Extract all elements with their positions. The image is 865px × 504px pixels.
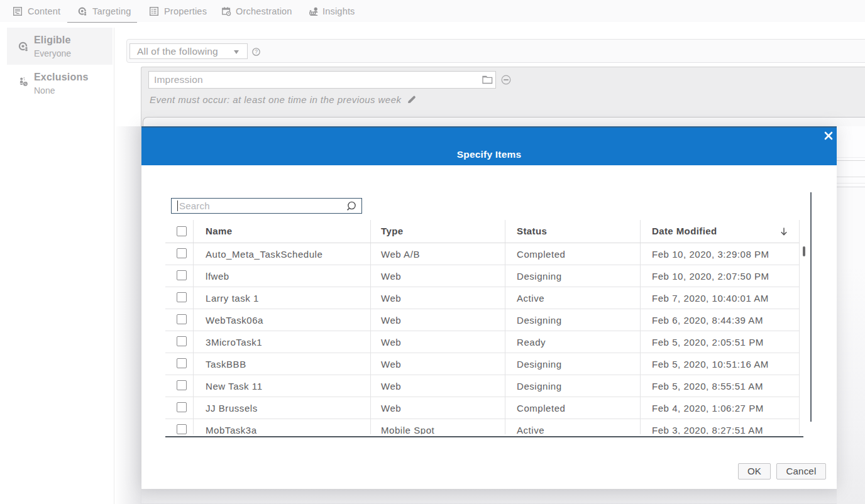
svg-text:?: ?: [255, 48, 258, 55]
